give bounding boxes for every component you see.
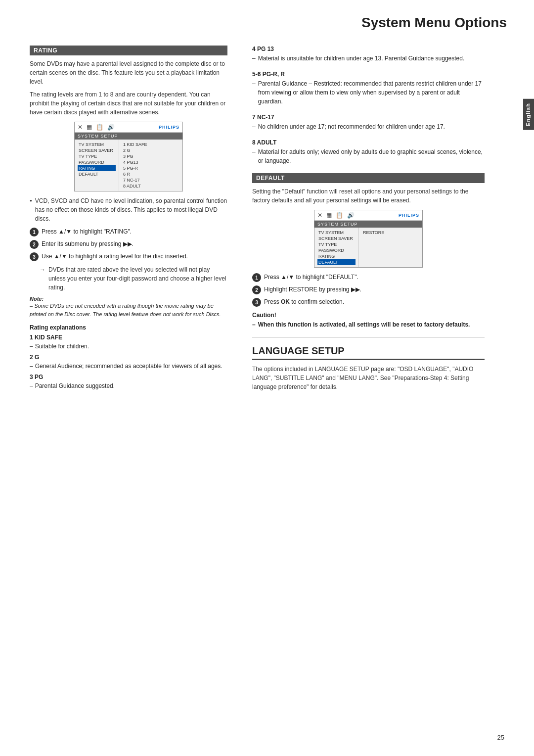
default-intro: Setting the "Default" function will rese… (252, 187, 485, 205)
rating-4-text: Material is unsuitable for children unde… (252, 54, 485, 63)
default-menu-screenshot: ✕ ▦ 📋 🔊 PHILIPS SYSTEM SETUP TV SYSTEM S… (314, 210, 423, 268)
default-step-3: 3 Press OK to confirm selection. (252, 297, 485, 307)
menu-item-rating: RATING (78, 165, 116, 171)
default-item-screen-saver: SCREEN SAVER (317, 236, 356, 241)
default-menu-icon-clip: 📋 (336, 212, 343, 219)
menu-icon-sound: 🔊 (107, 124, 115, 131)
menu-option-2: 2 G (122, 147, 179, 153)
section-divider (252, 337, 485, 337)
rating-8-text: Material for adults only; viewed only by… (252, 147, 485, 165)
menu-right-options: 1 KID SAFE 2 G 3 PG 4 PG13 5 PG-R 6 R 7 … (119, 140, 182, 191)
default-step-text-3: Press OK to confirm selection. (264, 297, 485, 306)
default-step-num-2: 2 (252, 285, 261, 294)
rating-1-header: 1 KID SAFE (30, 334, 227, 341)
page-number: 25 (497, 734, 504, 741)
rating-section-header: RATING (30, 46, 227, 55)
rating-3-text: Parental Guidance suggested. (30, 381, 227, 390)
default-philips-logo: PHILIPS (399, 213, 419, 218)
arrow-note: DVDs that are rated above the level you … (40, 265, 227, 292)
default-step-text-1: Press ▲/▼ to highlight "DEFAULT". (264, 273, 485, 282)
rating-7-text: No children under age 17; not recommende… (252, 122, 485, 131)
menu-icon-clip: 📋 (96, 124, 103, 131)
menu-option-1: 1 KID SAFE (122, 142, 179, 147)
default-menu-left: TV SYSTEM SCREEN SAVER TV TYPE PASSWORD … (314, 228, 359, 267)
default-step-text-2: Highlight RESTORE by pressing ▶▶. (264, 285, 485, 294)
english-tab: English (523, 99, 534, 130)
left-column: RATING Some DVDs may have a parental lev… (0, 36, 242, 405)
default-menu-icon-grid: ▦ (326, 212, 332, 219)
rating-1-text: Suitable for children. (30, 342, 227, 351)
rating-3-header: 3 PG (30, 374, 227, 380)
menu-item-screen-saver: SCREEN SAVER (78, 147, 116, 153)
step-text-3: Use ▲/▼ to highlight a rating level for … (42, 252, 227, 261)
menu-option-8: 8 ADULT (122, 183, 179, 189)
main-layout: RATING Some DVDs may have a parental lev… (0, 36, 534, 405)
default-menu-icon-sound: 🔊 (347, 212, 355, 219)
default-item-tv-system: TV SYSTEM (317, 230, 356, 236)
menu-option-4: 4 PG13 (122, 159, 179, 165)
rating-2-header: 2 G (30, 354, 227, 361)
note-text: – Some DVDs are not encoded with a ratin… (30, 302, 227, 318)
menu-icons-bar: ✕ ▦ 📋 🔊 PHILIPS (75, 122, 182, 133)
step-num-3: 3 (30, 252, 39, 261)
caution-label: Caution! (252, 312, 485, 319)
default-steps: 1 Press ▲/▼ to highlight "DEFAULT". 2 Hi… (252, 273, 485, 307)
menu-icon-x: ✕ (78, 124, 83, 131)
rating-step-2: 2 Enter its submenu by pressing ▶▶. (30, 239, 227, 249)
step-num-2: 2 (30, 240, 39, 249)
step-num-1: 1 (30, 228, 39, 236)
rating-explanations-header: Rating explanations (30, 324, 227, 331)
default-section-header: DEFAULT (252, 173, 485, 183)
rating-7-section: 7 NC-17 No children under age 17; not re… (252, 114, 485, 131)
default-menu-title: SYSTEM SETUP (314, 221, 422, 228)
caution-text: When this function is activated, all set… (252, 320, 485, 329)
rating-8-header: 8 ADULT (252, 139, 485, 146)
default-item-tv-type: TV TYPE (317, 241, 356, 247)
rating-56-text: Parental Guidance – Restricted: recommen… (252, 79, 485, 106)
default-step-1: 1 Press ▲/▼ to highlight "DEFAULT". (252, 273, 485, 282)
philips-logo: PHILIPS (159, 125, 179, 130)
page-title: System Menu Options (361, 15, 507, 30)
step-text-1: Press ▲/▼ to highlight "RATING". (42, 227, 227, 236)
rating-4-section: 4 PG 13 Material is unsuitable for child… (252, 46, 485, 63)
default-item-rating: RATING (317, 253, 356, 259)
default-menu-body: TV SYSTEM SCREEN SAVER TV TYPE PASSWORD … (314, 228, 422, 267)
note-box: Note: – Some DVDs are not encoded with a… (30, 296, 227, 318)
rating-intro-1: Some DVDs may have a parental level assi… (30, 59, 227, 86)
menu-icon-grid: ▦ (87, 124, 92, 131)
default-item-default: DEFAULT (317, 259, 356, 265)
menu-option-3: 3 PG (122, 153, 179, 159)
default-menu-icon-x: ✕ (317, 212, 322, 219)
rating-step-1: 1 Press ▲/▼ to highlight "RATING". (30, 227, 227, 236)
menu-option-6: 6 R (122, 171, 179, 177)
menu-item-tv-type: TV TYPE (78, 153, 116, 159)
rating-56-header: 5-6 PG-R, R (252, 71, 485, 78)
menu-item-password: PASSWORD (78, 159, 116, 165)
default-menu-icons-bar: ✕ ▦ 📋 🔊 PHILIPS (314, 210, 422, 221)
rating-intro-2: The rating levels are from 1 to 8 and ar… (30, 90, 227, 117)
lang-setup-text: The options included in LANGUAGE SETUP p… (252, 365, 485, 391)
menu-body: TV SYSTEM SCREEN SAVER TV TYPE PASSWORD … (75, 140, 182, 191)
rating-8-section: 8 ADULT Material for adults only; viewed… (252, 139, 485, 165)
rating-explanations: Rating explanations 1 KID SAFE Suitable … (30, 324, 227, 390)
default-step-num-3: 3 (252, 298, 261, 307)
page-title-area: System Menu Options (0, 0, 534, 36)
bullet-vcd: VCD, SVCD and CD have no level indicatio… (30, 196, 227, 223)
default-item-password: PASSWORD (317, 247, 356, 253)
rating-step-3: 3 Use ▲/▼ to highlight a rating level fo… (30, 252, 227, 261)
menu-item-tv-system: TV SYSTEM (78, 142, 116, 147)
menu-item-default: DEFAULT (78, 171, 116, 177)
note-label: Note: (30, 296, 227, 302)
step-text-2: Enter its submenu by pressing ▶▶. (42, 239, 227, 248)
default-menu-right: RESTORE (359, 228, 422, 267)
rating-7-header: 7 NC-17 (252, 114, 485, 121)
menu-left-items: TV SYSTEM SCREEN SAVER TV TYPE PASSWORD … (75, 140, 119, 191)
default-step-num-1: 1 (252, 273, 261, 282)
rating-steps: 1 Press ▲/▼ to highlight "RATING". 2 Ent… (30, 227, 227, 261)
right-column: 4 PG 13 Material is unsuitable for child… (242, 36, 509, 405)
default-restore-option: RESTORE (362, 230, 419, 236)
rating-menu-screenshot: ✕ ▦ 📋 🔊 PHILIPS SYSTEM SETUP TV SYSTEM S… (74, 122, 183, 191)
caution-box: Caution! When this function is activated… (252, 312, 485, 329)
rating-2-text: General Audience; recommended as accepta… (30, 362, 227, 371)
default-step-2: 2 Highlight RESTORE by pressing ▶▶. (252, 285, 485, 294)
